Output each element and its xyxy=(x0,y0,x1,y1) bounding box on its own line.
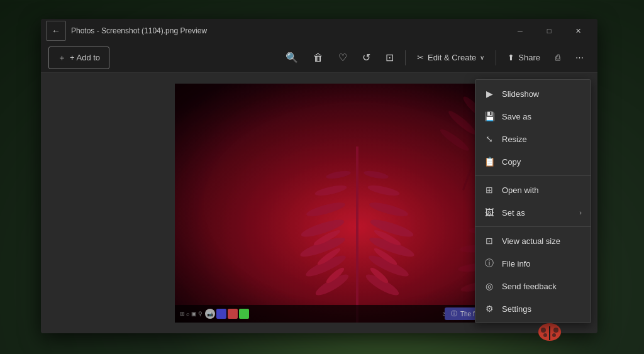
window-title: Photos - Screenshot (1104).png Preview xyxy=(71,26,506,35)
close-button[interactable]: ✕ xyxy=(564,21,592,41)
plus-icon: ＋ xyxy=(58,52,66,64)
toolbar: ＋ + Add to 🔍 🗑 ♡ ↺ ⊡ ✂ Edit & Create ∨ ⬆ xyxy=(41,43,597,73)
rotate-icon: ↺ xyxy=(362,52,370,64)
menu-divider-1 xyxy=(475,175,591,176)
menu-item-save-as[interactable]: 💾 Save as xyxy=(475,105,591,128)
add-to-button[interactable]: ＋ + Add to xyxy=(48,47,109,69)
view-actual-icon: ⊡ xyxy=(484,236,494,246)
file-info-icon: ⓘ xyxy=(484,258,494,268)
chevron-down-icon: ∨ xyxy=(480,54,484,61)
resize-icon: ⤡ xyxy=(484,134,494,144)
save-as-icon: 💾 xyxy=(484,111,494,121)
minimize-button[interactable]: ─ xyxy=(506,21,535,41)
settings-icon: ⚙ xyxy=(484,304,494,314)
menu-divider-2 xyxy=(475,226,591,227)
window-controls: ─ □ ✕ xyxy=(506,21,592,41)
more-icon: ⋯ xyxy=(575,53,584,62)
edit-create-button[interactable]: ✂ Edit & Create ∨ xyxy=(411,47,491,69)
slideshow-icon: ▶ xyxy=(484,89,494,99)
zoom-in-button[interactable]: 🔍 xyxy=(279,47,304,69)
favorite-button[interactable]: ♡ xyxy=(332,47,353,69)
app-window: ← Photos - Screenshot (1104).png Preview… xyxy=(41,19,597,333)
menu-item-send-feedback[interactable]: ◎ Send feedback xyxy=(475,275,591,297)
share-icon: ⬆ xyxy=(508,53,514,62)
scissors-icon: ✂ xyxy=(417,53,424,62)
svg-point-6 xyxy=(552,333,556,337)
menu-item-copy[interactable]: 📋 Copy xyxy=(475,150,591,173)
copy-icon: 📋 xyxy=(484,157,494,167)
menu-item-view-actual[interactable]: ⊡ View actual size xyxy=(475,230,591,252)
print-button[interactable]: ⎙ xyxy=(549,47,567,69)
share-button[interactable]: ⬆ Share xyxy=(501,47,547,69)
menu-item-settings[interactable]: ⚙ Settings xyxy=(475,297,591,320)
sidebar-left xyxy=(41,73,113,333)
menu-item-set-as[interactable]: 🖼 Set as › xyxy=(475,201,591,224)
menu-item-open-with[interactable]: ⊞ Open with xyxy=(475,179,591,201)
menu-item-slideshow[interactable]: ▶ Slideshow xyxy=(475,82,591,105)
heart-icon: ♡ xyxy=(338,52,347,64)
delete-icon: 🗑 xyxy=(313,52,323,64)
zoom-icon: 🔍 xyxy=(286,52,298,64)
crop-icon: ⊡ xyxy=(386,52,394,64)
menu-item-file-info[interactable]: ⓘ File info xyxy=(475,252,591,275)
menu-item-resize[interactable]: ⤡ Resize xyxy=(475,128,591,150)
more-options-button[interactable]: ⋯ xyxy=(569,47,590,69)
back-button[interactable]: ← xyxy=(46,21,66,41)
submenu-chevron-icon: › xyxy=(579,209,582,216)
svg-point-3 xyxy=(541,328,546,333)
main-content: ⊞ ⌕ ▣ ⚲ 📷 3.8Mb/s ▲ A/C ▼ 🔊 4:05 AM9/7/2… xyxy=(41,73,597,333)
rotate-button[interactable]: ↺ xyxy=(356,47,377,69)
crop-button[interactable]: ⊡ xyxy=(379,47,400,69)
open-with-icon: ⊞ xyxy=(484,185,494,195)
send-feedback-icon: ◎ xyxy=(484,281,494,291)
svg-point-4 xyxy=(553,328,558,333)
delete-button[interactable]: 🗑 xyxy=(307,47,330,69)
svg-point-5 xyxy=(543,333,547,337)
title-bar: ← Photos - Screenshot (1104).png Preview… xyxy=(41,19,597,43)
set-as-icon: 🖼 xyxy=(484,207,494,218)
maximize-button[interactable]: □ xyxy=(535,21,564,41)
print-icon: ⎙ xyxy=(555,53,560,62)
info-icon: ⓘ xyxy=(451,309,457,318)
context-menu: ▶ Slideshow 💾 Save as ⤡ Resize 📋 Copy ⊞ … xyxy=(475,79,591,323)
